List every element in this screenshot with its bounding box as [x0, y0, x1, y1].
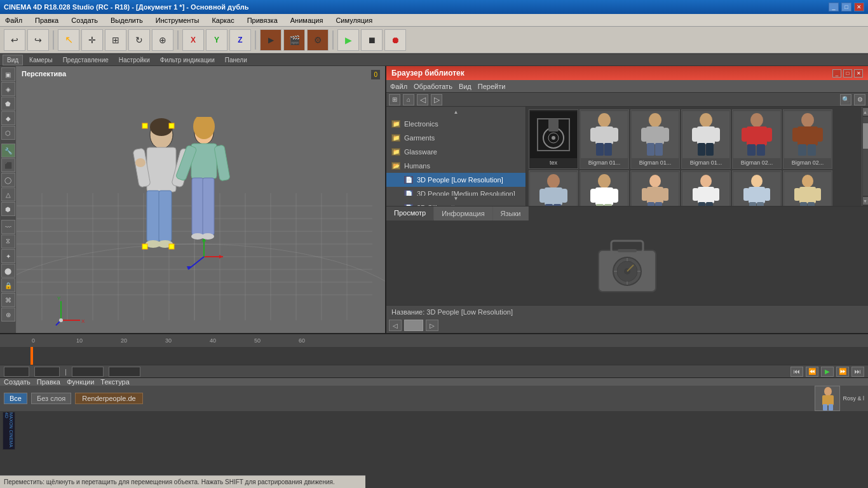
obj-asset[interactable]: Renderpeople.de: [75, 393, 142, 404]
display-filter[interactable]: Фильтр индикации: [156, 55, 219, 65]
deform-btn-4[interactable]: ⬤: [1, 264, 15, 278]
thumb-bigman02a[interactable]: Bigman 02...: [732, 109, 782, 169]
obj-functions[interactable]: Функции: [67, 378, 94, 386]
scroll-track[interactable]: [863, 117, 868, 196]
thumb-bigman01a[interactable]: Bigman 01...: [580, 109, 629, 169]
obj-tab-all[interactable]: Все: [4, 393, 27, 404]
nav-item-garments[interactable]: 📁 Garments: [386, 131, 526, 145]
deform-btn-1[interactable]: 〰: [1, 220, 15, 234]
nav-item-3d-low[interactable]: 📄 3D People [Low Resolution]: [386, 173, 526, 187]
lib-prev-btn[interactable]: ◁: [389, 320, 402, 331]
transform-tool[interactable]: ⊕: [152, 29, 173, 51]
y-axis[interactable]: Y: [206, 29, 227, 51]
menu-file[interactable]: Файл: [3, 15, 25, 25]
tab-preview[interactable]: Просмотр: [386, 207, 434, 220]
tool-btn-4[interactable]: △: [1, 187, 15, 201]
cameras-menu[interactable]: Камеры: [25, 55, 57, 65]
go-end-btn[interactable]: ⏭: [851, 367, 864, 377]
go-start-btn[interactable]: ⏮: [790, 367, 803, 377]
start-frame-input[interactable]: 0 K: [4, 367, 29, 377]
presentation-menu[interactable]: Представление: [59, 55, 112, 65]
deform-btn-2[interactable]: ⧖: [1, 234, 15, 248]
scroll-up-btn[interactable]: ▲: [386, 109, 526, 117]
total-frames-input[interactable]: 100 K: [109, 367, 140, 377]
lib-menu-goto[interactable]: Перейти: [478, 83, 506, 90]
redo-button[interactable]: ↪: [27, 29, 49, 51]
lib-close-btn[interactable]: ✕: [854, 69, 863, 78]
current-frame-input[interactable]: 0 K: [34, 367, 60, 377]
view-menu[interactable]: Вид: [3, 55, 23, 65]
nav-item-electronics[interactable]: 📁 Electronics: [386, 117, 526, 131]
thumb-casual01d[interactable]: Casual 01...: [783, 170, 832, 206]
thumb-casual01b[interactable]: Casual 01...: [681, 170, 731, 206]
lib-up-btn[interactable]: ⌂: [403, 94, 414, 105]
deform-btn-3[interactable]: ✦: [1, 249, 15, 263]
lib-next-btn[interactable]: ▷: [426, 320, 438, 331]
tab-languages[interactable]: Языки: [493, 207, 529, 220]
render-button[interactable]: ▶: [260, 29, 281, 51]
lib-maximize-btn[interactable]: □: [843, 69, 852, 78]
lib-minimize-btn[interactable]: _: [832, 69, 841, 78]
tool-btn-5[interactable]: ⬢: [1, 202, 15, 216]
scale-tool[interactable]: ⊞: [105, 29, 126, 51]
undo-button[interactable]: ↩: [4, 29, 25, 51]
end-frame-input[interactable]: 100 K: [72, 367, 104, 377]
deform-btn-5[interactable]: 🔒: [1, 278, 15, 292]
close-button[interactable]: ✕: [854, 3, 864, 11]
scroll-down-btn[interactable]: ▼: [386, 196, 526, 203]
tool-btn-3[interactable]: ◯: [1, 173, 15, 187]
timeline-track[interactable]: [0, 347, 868, 365]
deform-btn-7[interactable]: ⊛: [1, 308, 15, 322]
settings-menu[interactable]: Настройки: [115, 55, 154, 65]
deform-btn-6[interactable]: ⌘: [1, 293, 15, 307]
thumb-bigman02b[interactable]: Bigman 02...: [783, 109, 832, 169]
mode-btn-3[interactable]: ⬟: [1, 97, 15, 111]
mode-btn-1[interactable]: ▣: [1, 67, 15, 81]
select-tool[interactable]: ↖: [58, 29, 79, 51]
record-button[interactable]: ⏺: [384, 29, 406, 51]
move-tool[interactable]: ✛: [81, 29, 103, 51]
menu-edit[interactable]: Правка: [32, 15, 61, 25]
menu-simulate[interactable]: Симуляция: [333, 15, 375, 25]
play-button[interactable]: ▶: [337, 29, 359, 51]
nav-item-glassware[interactable]: 📁 Glassware: [386, 145, 526, 159]
menu-select[interactable]: Выделить: [108, 15, 146, 25]
nav-item-humans[interactable]: 📂 Humans: [386, 159, 526, 173]
tool-btn-1[interactable]: 🔧: [1, 144, 15, 158]
scroll-thumb[interactable]: [863, 123, 868, 149]
x-axis[interactable]: X: [182, 29, 204, 51]
menu-animate[interactable]: Анимация: [288, 15, 326, 25]
thumb-bigman01c[interactable]: Bigman 01...: [681, 109, 731, 169]
thumb-bigman02d[interactable]: Bigman 02...: [580, 170, 629, 206]
maximize-button[interactable]: □: [841, 3, 851, 11]
mode-btn-5[interactable]: ⬡: [1, 126, 15, 140]
lib-fwd-btn[interactable]: ▷: [431, 94, 442, 105]
rotate-tool[interactable]: ↻: [128, 29, 150, 51]
render-settings[interactable]: ⚙: [307, 29, 329, 51]
obj-edit[interactable]: Правка: [37, 378, 60, 386]
lib-filter-btn[interactable]: ⚙: [854, 94, 865, 105]
go-fwd-btn[interactable]: ⏩: [836, 367, 849, 377]
obj-create[interactable]: Создать: [4, 378, 31, 386]
thumb-casual01c[interactable]: Casual 01...: [732, 170, 782, 206]
obj-layer[interactable]: Без слоя: [31, 393, 71, 404]
scroll-up-arrow[interactable]: ▲: [863, 108, 868, 116]
render-to-pic[interactable]: 🎬: [283, 29, 305, 51]
play-btn[interactable]: ▶: [821, 367, 834, 377]
obj-texture[interactable]: Текстура: [100, 378, 129, 386]
minimize-button[interactable]: _: [829, 3, 839, 11]
grid-scrollbar[interactable]: ▲ ▼: [862, 107, 868, 206]
lib-back-btn[interactable]: ◁: [417, 94, 428, 105]
mode-btn-4[interactable]: ◆: [1, 111, 15, 125]
lib-home-btn[interactable]: ⊞: [389, 94, 400, 105]
tool-btn-2[interactable]: ⬛: [1, 158, 15, 172]
lib-search-btn[interactable]: 🔍: [840, 94, 851, 105]
menu-snap[interactable]: Привязка: [245, 15, 280, 25]
lib-menu-view[interactable]: Вид: [459, 83, 471, 90]
scroll-down-arrow[interactable]: ▼: [863, 197, 868, 205]
stop-button[interactable]: ⏹: [361, 29, 383, 51]
menu-create[interactable]: Создать: [69, 15, 100, 25]
thumb-bigman02c[interactable]: Bigman 02...: [529, 170, 578, 206]
z-axis[interactable]: Z: [229, 29, 251, 51]
tab-info[interactable]: Информация: [434, 207, 492, 220]
